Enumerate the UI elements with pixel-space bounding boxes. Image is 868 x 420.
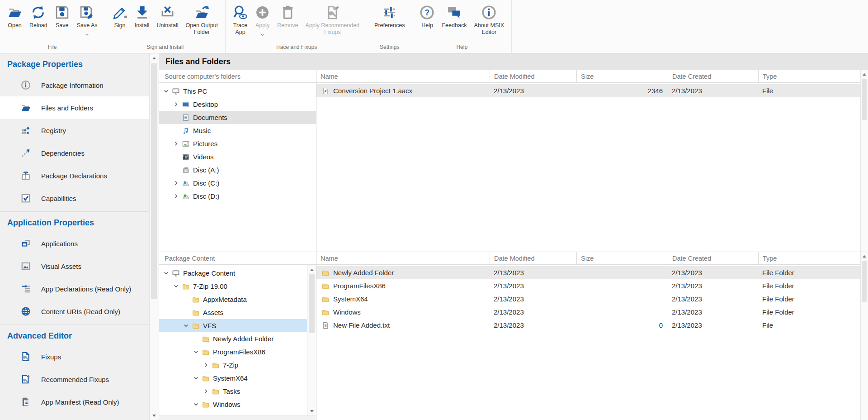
scrollbar-thumb[interactable]	[862, 261, 867, 302]
tree-item-7-zip[interactable]: 7-Zip	[159, 358, 307, 372]
folder-icon	[322, 282, 330, 290]
file-row-conversion-project-1-aacx[interactable]: Conversion Project 1.aacx2/13/202323462/…	[316, 84, 868, 97]
desktop-icon	[182, 101, 189, 108]
column-header-name[interactable]: Name	[316, 252, 490, 264]
sidebar-item-recommended-fixups[interactable]: Recommended Fixups	[0, 368, 149, 391]
package-tree-scrollbar[interactable]	[307, 265, 316, 415]
uninstall-button[interactable]: Uninstall	[153, 4, 182, 29]
column-header-date-created[interactable]: Date Created	[668, 70, 758, 82]
package-tree-horizontal-scrollbar[interactable]	[159, 415, 316, 420]
file-row-new-file-added-txt[interactable]: New File Added.txt2/13/202302/13/2023Fil…	[316, 319, 868, 332]
sidebar-item-dependencies[interactable]: Dependencies	[0, 142, 149, 164]
tree-item-assets[interactable]: Assets	[159, 306, 307, 319]
column-header-date-modified[interactable]: Date Modified	[490, 70, 576, 82]
tree-item-programfilesx86[interactable]: ProgramFilesX86	[159, 345, 307, 358]
install-button[interactable]: Install	[131, 4, 153, 29]
sidebar-item-content-uris-read-only[interactable]: Content URIs (Read Only)	[0, 300, 149, 323]
save-as-button[interactable]: Save As	[73, 4, 101, 38]
chevron-expanded-icon[interactable]	[163, 270, 170, 277]
column-header-type[interactable]: Type	[758, 70, 868, 82]
tree-item-windows[interactable]: Windows	[159, 398, 307, 411]
scrollbar-thumb[interactable]	[862, 79, 867, 120]
scrollbar-down-button[interactable]	[150, 411, 159, 420]
sidebar-item-app-manifest-read-only[interactable]: App Manifest (Read Only)	[0, 391, 149, 413]
chevron-expanded-icon[interactable]	[193, 348, 199, 355]
package-list-scrollbar[interactable]	[860, 252, 868, 420]
open-button[interactable]: Open	[4, 4, 26, 29]
source-list-scrollbar[interactable]	[860, 70, 868, 252]
sidebar-item-label: App Manifest (Read Only)	[41, 398, 119, 406]
column-header-type[interactable]: Type	[758, 252, 868, 264]
sidebar-item-package-declarations[interactable]: Package Declarations	[0, 164, 149, 187]
scrollbar-up-button[interactable]	[861, 70, 868, 78]
scrollbar-up-button[interactable]	[307, 265, 316, 274]
sidebar-item-files-and-folders[interactable]: Files and Folders	[0, 96, 149, 119]
open-output-folder-button[interactable]: Open OutputFolder	[182, 4, 222, 36]
sidebar-item-applications[interactable]: Applications	[0, 232, 149, 255]
tree-item-documents[interactable]: Documents	[159, 111, 316, 124]
chevron-collapsed-icon[interactable]	[173, 180, 179, 186]
toolbar-group-file: OpenReloadSaveSave AsFile	[0, 0, 105, 53]
scrollbar-up-button[interactable]	[861, 252, 868, 260]
chevron-collapsed-icon[interactable]	[173, 140, 179, 147]
help-button[interactable]: ?Help	[416, 4, 438, 29]
tree-item-7-zip-19-00[interactable]: 7-Zip 19.00	[159, 280, 307, 293]
tree-item-pictures[interactable]: Pictures	[159, 137, 316, 150]
reload-button[interactable]: Reload	[26, 4, 51, 29]
tree-item-package-content[interactable]: Package Content	[159, 267, 307, 280]
tree-item-disc-a[interactable]: Disc (A:)	[159, 163, 316, 177]
tree-item-music[interactable]: Music	[159, 124, 316, 137]
sidebar-scrollbar[interactable]	[149, 53, 159, 420]
tree-item-vfs[interactable]: VFS	[159, 319, 307, 332]
chevron-collapsed-icon[interactable]	[203, 362, 209, 368]
tree-item-disc-c[interactable]: Disc (C:)	[159, 177, 316, 190]
tree-item-videos[interactable]: Videos	[159, 150, 316, 163]
column-header-name[interactable]: Name	[316, 70, 490, 82]
scrollbar-thumb[interactable]	[151, 63, 157, 299]
tree-item-this-pc[interactable]: This PC	[159, 85, 316, 98]
scrollbar-down-button[interactable]	[307, 406, 316, 415]
apply-recommended-fixups-button[interactable]: Apply RecommendedFixups	[302, 4, 363, 36]
chevron-collapsed-icon[interactable]	[173, 101, 179, 108]
chevron-expanded-icon[interactable]	[183, 322, 189, 329]
column-header-date-created[interactable]: Date Created	[668, 252, 758, 264]
file-row-newly-added-folder[interactable]: Newly Added Folder2/13/20232/13/2023File…	[316, 266, 868, 279]
sidebar-item-package-information[interactable]: Package Information	[0, 74, 149, 96]
file-row-windows[interactable]: Windows2/13/20232/13/2023File Folder	[316, 305, 868, 319]
tree-item-appxmetadata[interactable]: AppxMetadata	[159, 293, 307, 306]
trace-app-button[interactable]: TraceApp	[229, 4, 251, 36]
chevron-expanded-icon[interactable]	[163, 88, 170, 95]
scrollbar-thumb[interactable]	[309, 274, 315, 333]
column-header-size[interactable]: Size	[576, 70, 668, 82]
chevron-expanded-icon[interactable]	[193, 401, 199, 408]
chevron-collapsed-icon[interactable]	[173, 193, 179, 200]
tree-item-systemx64[interactable]: SystemX64	[159, 372, 307, 385]
tree-item-desktop[interactable]: Desktop	[159, 98, 316, 111]
sidebar-item-fixups[interactable]: Fixups	[0, 345, 149, 368]
save-button[interactable]: Save	[51, 4, 73, 29]
tree-item-tasks[interactable]: Tasks	[159, 385, 307, 398]
remove-button[interactable]: Remove	[274, 4, 302, 29]
sign-button[interactable]: Sign	[109, 4, 131, 29]
chevron-down-icon[interactable]	[85, 30, 89, 38]
apply-button[interactable]: Apply	[251, 4, 274, 38]
sidebar-item-capabilities[interactable]: Capabilities	[0, 187, 149, 210]
sidebar-item-app-declarations-read-only[interactable]: App Declarations (Read Only)	[0, 277, 149, 300]
preferences-button[interactable]: Preferences	[371, 4, 408, 29]
feedback-button[interactable]: Feedback	[438, 4, 470, 29]
button-label: Save	[56, 22, 69, 29]
chevron-down-icon[interactable]	[260, 30, 264, 38]
chevron-expanded-icon[interactable]	[173, 283, 179, 290]
tree-item-disc-d[interactable]: Disc (D:)	[159, 190, 316, 203]
scrollbar-up-button[interactable]	[150, 53, 159, 62]
column-header-date-modified[interactable]: Date Modified	[490, 252, 576, 264]
sidebar-item-visual-assets[interactable]: Visual Assets	[0, 255, 149, 277]
column-header-size[interactable]: Size	[576, 252, 668, 264]
tree-item-newly-added-folder[interactable]: Newly Added Folder	[159, 332, 307, 345]
chevron-expanded-icon[interactable]	[193, 375, 199, 382]
about-msix-editor-button[interactable]: About MSIXEditor	[470, 4, 508, 36]
file-row-systemx64[interactable]: SystemX642/13/20232/13/2023File Folder	[316, 292, 868, 305]
sidebar-item-registry[interactable]: Registry	[0, 119, 149, 142]
chevron-collapsed-icon[interactable]	[203, 388, 209, 395]
file-row-programfilesx86[interactable]: ProgramFilesX862/13/20232/13/2023File Fo…	[316, 279, 868, 292]
